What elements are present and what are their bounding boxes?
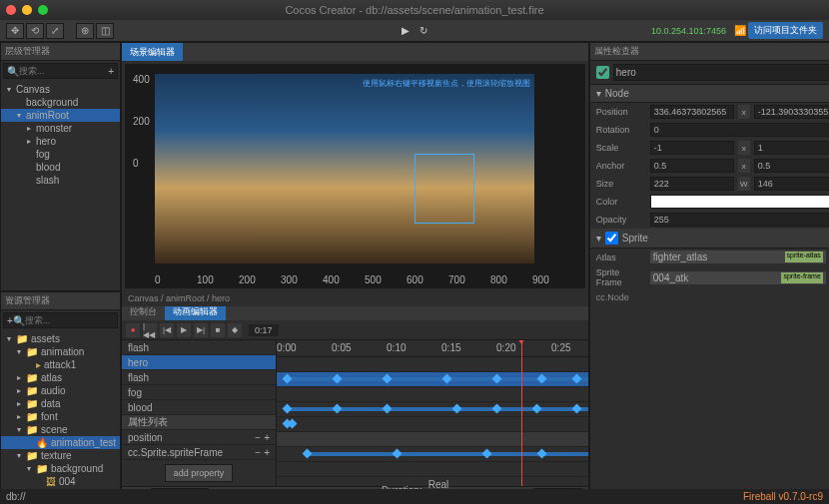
sprite-section[interactable]: ▾Sprite✕ (590, 229, 829, 249)
track[interactable] (277, 387, 588, 402)
play-button[interactable]: ▶ (402, 25, 410, 36)
move-tool[interactable]: ✥ (6, 23, 24, 39)
hierarchy-search[interactable]: 🔍+ (3, 63, 118, 79)
hierarchy-item[interactable]: slash (1, 174, 120, 187)
keyframe[interactable] (383, 374, 393, 384)
keyframe[interactable] (442, 374, 452, 384)
stop-button[interactable]: ■ (211, 323, 225, 337)
track-row[interactable]: hero (122, 355, 276, 370)
rotate-tool[interactable]: ⟲ (26, 23, 44, 39)
property-row[interactable]: position−+ (122, 430, 276, 445)
add-property-button[interactable]: add property (165, 464, 234, 482)
node-name-input[interactable] (613, 64, 829, 81)
asset-item[interactable]: ▾📁assets (1, 332, 120, 345)
atlas-value[interactable]: fighter_atlassprite-atlas (650, 251, 826, 263)
assets-search[interactable]: +🔍 (3, 312, 118, 328)
record-button[interactable]: ● (126, 323, 140, 337)
keyframe[interactable] (303, 449, 313, 459)
playhead[interactable] (521, 340, 522, 486)
add-icon[interactable]: + (108, 66, 114, 77)
keyframe[interactable] (572, 374, 582, 384)
local-tool[interactable]: ◫ (96, 23, 114, 39)
pos-x-input[interactable] (650, 105, 734, 119)
hierarchy-item[interactable]: fog (1, 148, 120, 161)
track[interactable] (277, 372, 588, 387)
size-h-input[interactable] (754, 177, 829, 191)
keyframe[interactable] (482, 449, 492, 459)
scale-tool[interactable]: ⤢ (46, 23, 64, 39)
track[interactable] (277, 417, 588, 432)
keyframe[interactable] (537, 449, 547, 459)
keyframe[interactable] (283, 404, 293, 414)
anchor-tool[interactable]: ⊕ (76, 23, 94, 39)
frame-value[interactable]: 004_atksprite-frame (650, 271, 826, 284)
keyframe[interactable] (393, 449, 403, 459)
track-row[interactable]: flash (122, 370, 276, 385)
opacity-input[interactable] (650, 213, 829, 227)
property-track[interactable] (277, 447, 588, 462)
add-key-button[interactable]: ◆ (228, 323, 242, 337)
keyframe[interactable] (333, 404, 343, 414)
scene-viewport[interactable]: 使用鼠标右键平移视窗焦点，使用滚轮缩放视图 010020030040050060… (125, 64, 585, 288)
hierarchy-item[interactable]: ▾animRoot (1, 109, 120, 122)
rotation-input[interactable] (650, 123, 829, 137)
keyframe[interactable] (333, 374, 343, 384)
scale-x-input[interactable] (650, 141, 734, 155)
node-enabled-checkbox[interactable] (596, 66, 609, 79)
anchor-y-input[interactable] (754, 159, 829, 173)
keyframe[interactable] (383, 404, 393, 414)
asset-item[interactable]: ▾📁background (1, 462, 120, 475)
asset-item[interactable]: ▸📁data (1, 397, 120, 410)
asset-item[interactable]: ▾📁animation (1, 345, 120, 358)
hierarchy-item[interactable]: ▸monster (1, 122, 120, 135)
reload-button[interactable]: ↻ (419, 25, 427, 36)
hierarchy-item[interactable]: ▾Canvas (1, 83, 120, 96)
node-section[interactable]: ▾Node (590, 85, 829, 103)
asset-item[interactable]: ▾📁scene (1, 423, 120, 436)
breadcrumb[interactable]: Canvas / animRoot / hero (122, 291, 588, 306)
asset-item[interactable]: 🖼004 (1, 475, 120, 488)
anchor-x-input[interactable] (650, 159, 734, 173)
canvas-area[interactable]: 使用鼠标右键平移视窗焦点，使用滚轮缩放视图 (155, 74, 534, 263)
track-row[interactable]: fog (122, 385, 276, 400)
track[interactable] (277, 402, 588, 417)
scene-tab[interactable]: 场景编辑器 (122, 43, 183, 61)
track[interactable] (277, 357, 588, 372)
asset-item[interactable]: ▸📁font (1, 410, 120, 423)
main-toolbar: ✥ ⟲ ⤢ ⊕ ◫ ▶ ↻ 10.0.254.101:7456 📶 访问项目文件… (0, 20, 829, 42)
timeline-ruler[interactable]: 0:000:050:100:150:200:250:300:350:40 (277, 340, 588, 357)
keyframe[interactable] (288, 419, 298, 429)
track-row[interactable]: flash (122, 340, 276, 355)
keyframe[interactable] (452, 404, 462, 414)
selection-gizmo[interactable] (414, 154, 474, 224)
maximize-window[interactable] (38, 5, 48, 15)
scale-y-input[interactable] (754, 141, 829, 155)
hierarchy-item[interactable]: blood (1, 161, 120, 174)
keyframe[interactable] (283, 374, 293, 384)
keyframe[interactable] (572, 404, 582, 414)
next-frame-button[interactable]: ▶| (194, 323, 208, 337)
hierarchy-item[interactable]: ▸hero (1, 135, 120, 148)
asset-item[interactable]: ▾📁texture (1, 449, 120, 462)
asset-item[interactable]: ▸📁atlas (1, 371, 120, 384)
keyframe[interactable] (492, 404, 502, 414)
play-anim-button[interactable]: ▶ (177, 323, 191, 337)
pos-y-input[interactable] (754, 105, 829, 119)
track-row[interactable]: blood (122, 400, 276, 415)
minimize-window[interactable] (22, 5, 32, 15)
access-folder-button[interactable]: 访问项目文件夹 (748, 22, 823, 39)
keyframe[interactable] (532, 404, 542, 414)
keyframe[interactable] (537, 374, 547, 384)
asset-item[interactable]: ▸attack1 (1, 358, 120, 371)
size-w-input[interactable] (650, 177, 734, 191)
hierarchy-item[interactable]: background (1, 96, 120, 109)
prev-frame-button[interactable]: |◀ (160, 323, 174, 337)
asset-item[interactable]: ▸📁audio (1, 384, 120, 397)
asset-item[interactable]: 🔥animation_test (1, 436, 120, 449)
first-frame-button[interactable]: |◀◀ (143, 323, 157, 337)
color-picker[interactable] (650, 195, 829, 209)
keyframe[interactable] (492, 374, 502, 384)
property-row[interactable]: cc.Sprite.spriteFrame−+ (122, 445, 276, 460)
property-track[interactable] (277, 462, 588, 477)
close-window[interactable] (6, 5, 16, 15)
